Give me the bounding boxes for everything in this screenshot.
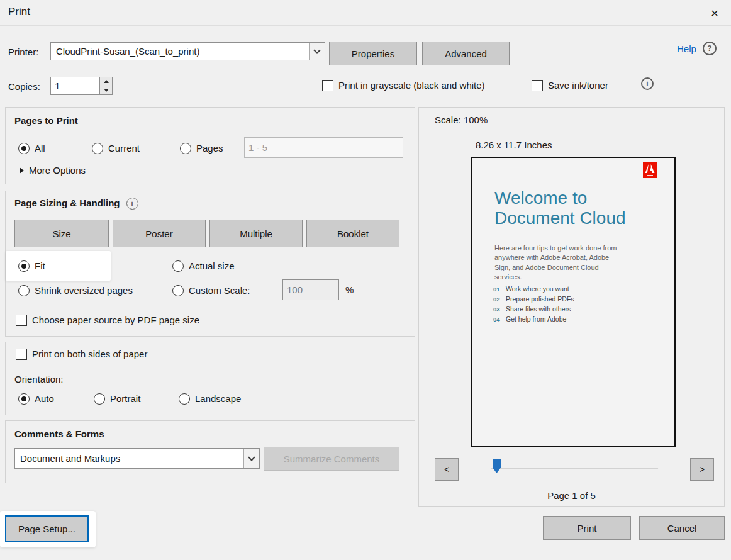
custom-scale-label[interactable]: Custom Scale: [189,285,250,296]
orientation-portrait-radio[interactable] [94,393,105,405]
printer-select-chevron[interactable] [309,43,325,60]
preview-page: Welcome to Document Cloud Here are four … [471,157,676,447]
page-sizing-info-icon[interactable]: i [126,198,138,210]
summarize-comments-button[interactable]: Summarize Comments [264,447,399,471]
stepper-down-icon[interactable] [100,86,112,94]
info-icon[interactable]: i [641,77,654,90]
advanced-button[interactable]: Advanced [422,42,510,65]
title-bar: Print ✕ [0,0,731,26]
page-setup-button[interactable]: Page Setup... [5,515,89,542]
save-ink-option: Save ink/toner [532,80,608,91]
page-slider-thumb[interactable] [493,459,501,473]
range-current-label[interactable]: Current [108,143,140,154]
page-slider-track[interactable] [491,468,658,469]
actual-size-radio[interactable] [172,260,184,272]
print-button[interactable]: Print [543,516,631,540]
fit-option: Fit [18,260,45,272]
printer-select[interactable]: CloudPrint-Susan_(Scan_to_print) [50,42,325,60]
shrink-label[interactable]: Shrink oversized pages [35,285,133,296]
comments-forms-chevron[interactable] [243,449,259,468]
range-current-option: Current [92,143,140,154]
orientation-auto-option: Auto [18,393,54,405]
save-ink-label[interactable]: Save ink/toner [548,80,608,91]
custom-scale-option: Custom Scale: [172,285,250,296]
comments-forms-title: Comments & Forms [14,428,104,439]
comments-forms-section: Comments & Forms Document and Markups Su… [5,420,415,483]
comments-forms-value: Document and Markups [15,449,243,468]
adobe-logo-icon [643,162,657,178]
tip-item: 01 Work where you want [493,285,574,293]
range-all-option: All [18,143,45,154]
custom-scale-input[interactable] [282,279,339,300]
paper-source-option: Choose paper source by PDF page size [16,315,199,326]
orientation-landscape-radio[interactable] [179,393,190,405]
custom-scale-radio[interactable] [172,285,184,296]
range-pages-radio[interactable] [180,143,191,154]
poster-button[interactable]: Poster [113,220,206,247]
both-sides-option: Print on both sides of paper [16,349,147,360]
both-sides-checkbox[interactable] [16,349,27,360]
close-icon[interactable]: ✕ [706,4,723,22]
copies-input[interactable] [50,77,100,95]
comments-forms-select[interactable]: Document and Markups [14,448,260,469]
fit-radio[interactable] [18,260,30,272]
range-all-label[interactable]: All [35,143,45,154]
more-options-label[interactable]: More Options [29,165,86,176]
range-current-radio[interactable] [92,143,103,154]
orientation-auto-radio[interactable] [18,393,30,405]
printer-label: Printer: [8,47,38,58]
grayscale-checkbox[interactable] [322,80,333,91]
fit-label[interactable]: Fit [35,260,45,272]
tip-item: 04 Get help from Adobe [493,315,574,323]
orientation-auto-label[interactable]: Auto [35,393,54,405]
chevron-down-icon [313,47,320,53]
orientation-label: Orientation: [14,374,64,385]
expander-arrow-icon [20,167,24,174]
copies-label: Copies: [8,81,40,92]
actual-size-option: Actual size [172,260,235,272]
preview-size-text: 8.26 x 11.7 Inches [476,140,552,151]
pages-to-print-title: Pages to Print [14,115,78,126]
multiple-button[interactable]: Multiple [209,220,303,247]
paper-source-label[interactable]: Choose paper source by PDF page size [32,315,199,326]
orientation-portrait-label[interactable]: Portrait [110,393,140,405]
preview-panel: Scale: 100% 8.26 x 11.7 Inches Welcome t… [418,107,725,507]
actual-size-label[interactable]: Actual size [189,260,235,272]
range-pages-label[interactable]: Pages [196,143,223,154]
shrink-option: Shrink oversized pages [18,285,133,296]
cancel-button[interactable]: Cancel [639,516,725,540]
stepper-up-icon[interactable] [100,77,112,86]
grayscale-label[interactable]: Print in grayscale (black and white) [338,80,485,91]
copies-stepper[interactable] [100,77,113,95]
size-button[interactable]: Size [14,220,109,247]
doc-title-line1: Welcome to [494,188,626,208]
page-indicator: Page 1 of 5 [419,490,724,501]
save-ink-checkbox[interactable] [532,80,543,91]
help-icon[interactable]: ? [703,42,717,55]
prev-page-button[interactable]: < [435,458,459,481]
percent-sign: % [345,284,354,296]
chevron-down-icon [248,454,255,461]
orientation-landscape-option: Landscape [179,393,241,405]
orientation-portrait-option: Portrait [94,393,140,405]
page-sizing-section: Page Sizing & Handling i Size Poster Mul… [5,191,415,337]
doc-title-line2: Document Cloud [494,208,626,228]
help-link[interactable]: Help [677,43,696,54]
pages-to-print-section: Pages to Print All Current Pages More Op… [5,107,415,184]
properties-button[interactable]: Properties [329,42,417,65]
dialog-title: Print [8,6,30,18]
paper-source-checkbox[interactable] [16,315,27,326]
orientation-landscape-label[interactable]: Landscape [195,393,241,405]
booklet-button[interactable]: Booklet [306,220,399,247]
grayscale-option: Print in grayscale (black and white) [322,80,485,91]
page-range-input[interactable] [244,137,403,158]
tip-item: 02 Prepare polished PDFs [493,295,574,303]
shrink-radio[interactable] [18,285,30,296]
range-all-radio[interactable] [18,143,30,154]
duplex-section: Print on both sides of paper Orientation… [5,342,415,415]
more-options-expander[interactable]: More Options [20,165,86,176]
both-sides-label[interactable]: Print on both sides of paper [32,349,147,360]
preview-scale-text: Scale: 100% [435,115,488,126]
doc-title: Welcome to Document Cloud [494,188,626,228]
next-page-button[interactable]: > [690,458,714,481]
